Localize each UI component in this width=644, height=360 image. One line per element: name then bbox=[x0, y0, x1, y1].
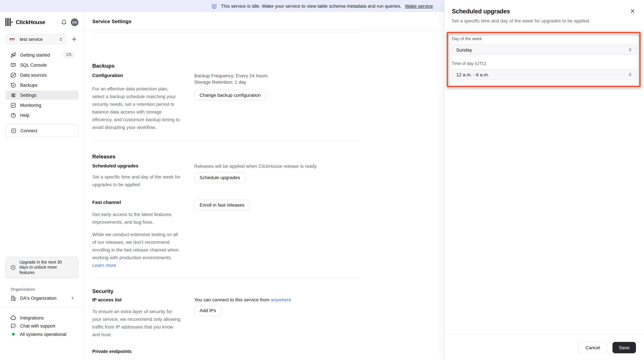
learn-more-link[interactable]: Learn more bbox=[92, 263, 116, 268]
sql-console-icon bbox=[10, 62, 16, 68]
wake-service-link[interactable]: Wake service bbox=[405, 3, 433, 9]
avatar[interactable]: DA bbox=[71, 18, 78, 26]
backup-configuration-row: Configuration For an effective data prot… bbox=[92, 73, 360, 131]
backups-history-icon bbox=[10, 82, 16, 88]
system-status-label: All systems operational bbox=[20, 332, 66, 337]
sidebar-item-chat-support[interactable]: Chat with support bbox=[5, 322, 78, 330]
panel-title: Scheduled upgrades bbox=[452, 8, 636, 15]
monitoring-chart-icon bbox=[10, 102, 16, 108]
service-selector[interactable]: aws test service bbox=[5, 34, 67, 44]
service-name: test service bbox=[20, 37, 59, 42]
integrations-label: Integrations bbox=[20, 315, 44, 320]
system-status-row[interactable]: All systems operational bbox=[5, 330, 78, 338]
banner-message: This service is idle. Wake your service … bbox=[221, 3, 402, 9]
releases-section-heading: Releases bbox=[92, 154, 116, 160]
organization-section-label: Organization bbox=[11, 287, 35, 291]
status-green-dot-icon bbox=[12, 333, 15, 336]
chevrons-up-down-icon bbox=[628, 47, 632, 52]
settings-sliders-icon bbox=[10, 92, 16, 98]
clock-icon bbox=[10, 265, 16, 270]
cancel-button[interactable]: Cancel bbox=[578, 342, 607, 353]
brand-row: ClickHouse DA bbox=[5, 17, 78, 27]
bell-icon[interactable] bbox=[60, 18, 68, 26]
scheduled-upgrades-panel: Scheduled upgrades Set a specific time a… bbox=[444, 0, 644, 360]
building-icon bbox=[10, 295, 16, 301]
sidebar-item-label: Getting started bbox=[20, 52, 63, 57]
ip-access-list-heading: IP access list bbox=[92, 297, 182, 302]
fast-channel-description-1: Get early access to the latest features,… bbox=[92, 211, 182, 226]
chat-bubble-icon bbox=[10, 323, 16, 329]
section-divider bbox=[94, 32, 360, 33]
connect-label: Connect bbox=[20, 128, 38, 133]
sidebar-item-label: Data sources bbox=[20, 72, 74, 78]
add-service-button[interactable] bbox=[71, 36, 77, 42]
help-circle-icon bbox=[10, 112, 16, 118]
sidebar-item-getting-started[interactable]: Getting started 1/5 bbox=[5, 50, 78, 60]
enroll-fast-releases-button[interactable]: Enroll in fast releases bbox=[194, 199, 250, 210]
time-of-day-value: 12 a.m. - 6 a.m. bbox=[456, 72, 628, 77]
connect-button[interactable]: Connect bbox=[5, 124, 78, 137]
schedule-upgrades-button[interactable]: Schedule upgrades bbox=[194, 172, 245, 183]
fast-channel-description-text: While we conduct extensive testing on al… bbox=[92, 232, 178, 260]
sidebar-item-label: SQL Console bbox=[20, 62, 74, 67]
sidebar-item-sql-console[interactable]: SQL Console bbox=[5, 60, 78, 70]
ip-access-list-description: To ensure an extra layer of security for… bbox=[92, 308, 182, 339]
ip-access-list-row: IP access list To ensure an extra layer … bbox=[92, 297, 360, 339]
day-of-week-label: Day of the week bbox=[452, 36, 482, 41]
sidebar-item-integrations[interactable]: Integrations bbox=[5, 314, 78, 322]
fast-channel-row: Fast channel Get early access to the lat… bbox=[92, 199, 360, 269]
upgrade-notice-text: Upgrade in the next 30 days to unlock mo… bbox=[20, 260, 72, 275]
clickhouse-logo-icon bbox=[5, 18, 12, 26]
sidebar-item-monitoring[interactable]: Monitoring bbox=[5, 100, 78, 110]
fast-channel-description-2: While we conduct extensive testing on al… bbox=[92, 231, 182, 269]
day-of-week-select[interactable]: Sunday bbox=[452, 44, 636, 55]
ip-access-note: You can connect to this service from any… bbox=[194, 297, 291, 302]
storage-retention-value: Storage Retention: 1 day bbox=[194, 79, 268, 85]
clickhouse-console: This service is idle. Wake your service … bbox=[0, 0, 644, 360]
scheduled-upgrades-note: Releases will be applied when ClickHouse… bbox=[194, 163, 317, 169]
scheduled-upgrades-description: Set a specific time and day of the week … bbox=[92, 173, 182, 188]
sidebar-item-label: Backups bbox=[20, 83, 74, 88]
anywhere-link[interactable]: anywhere bbox=[271, 297, 291, 302]
panel-description: Set a specific time and day of the week … bbox=[452, 18, 636, 23]
aws-logo-icon: aws bbox=[9, 37, 17, 41]
save-button[interactable]: Save bbox=[612, 342, 636, 353]
sidebar-item-data-sources[interactable]: Data sources bbox=[5, 70, 78, 80]
sidebar-item-label: Monitoring bbox=[20, 103, 74, 108]
sidebar-divider bbox=[0, 307, 84, 307]
chevrons-up-down-icon bbox=[59, 37, 63, 41]
day-of-week-value: Sunday bbox=[456, 47, 628, 52]
configuration-heading: Configuration bbox=[92, 73, 182, 78]
time-of-day-select[interactable]: 12 a.m. - 6 a.m. bbox=[452, 69, 636, 80]
sidebar-item-settings[interactable]: Settings bbox=[5, 90, 78, 100]
sidebar-item-label: Settings bbox=[20, 93, 74, 98]
sidebar-item-label: Help bbox=[20, 113, 74, 118]
section-divider bbox=[94, 141, 360, 141]
private-endpoints-heading: Private endpoints bbox=[92, 349, 182, 354]
fast-channel-heading: Fast channel bbox=[92, 199, 182, 205]
organization-name: DA's Organization bbox=[20, 296, 70, 301]
close-icon[interactable] bbox=[630, 8, 636, 14]
snooze-alarm-icon bbox=[211, 3, 218, 9]
chevrons-up-down-icon bbox=[628, 72, 632, 77]
sidebar-item-help[interactable]: Help bbox=[5, 111, 78, 120]
ip-access-note-text: You can connect to this service from bbox=[194, 297, 270, 302]
chat-support-label: Chat with support bbox=[20, 323, 55, 328]
brand-name: ClickHouse bbox=[16, 19, 45, 25]
sidebar: ClickHouse DA aws test service bbox=[0, 12, 84, 360]
change-backup-configuration-button[interactable]: Change backup configuration bbox=[194, 90, 266, 100]
private-endpoints-row: Private endpoints Set up one or more end… bbox=[92, 349, 360, 360]
scheduled-upgrades-heading: Scheduled upgrades bbox=[92, 163, 182, 169]
add-ips-button[interactable]: Add IPs bbox=[194, 305, 221, 316]
section-divider bbox=[94, 278, 360, 279]
backup-frequency-value: Backup Frequency: Every 24 hours bbox=[194, 73, 268, 79]
getting-started-progress-badge: 1/5 bbox=[63, 52, 74, 58]
security-section-heading: Security bbox=[92, 289, 113, 295]
page-title: Service Settings bbox=[92, 18, 131, 24]
sidebar-nav: Getting started 1/5 SQL Console bbox=[5, 50, 78, 120]
configuration-description: For an effective data protection plan, s… bbox=[92, 85, 182, 131]
sidebar-item-backups[interactable]: Backups bbox=[5, 80, 78, 90]
upgrade-notice-card[interactable]: Upgrade in the next 30 days to unlock mo… bbox=[5, 257, 78, 278]
panel-footer: Cancel Save bbox=[444, 335, 644, 360]
organization-switcher[interactable]: DA's Organization bbox=[5, 293, 78, 303]
